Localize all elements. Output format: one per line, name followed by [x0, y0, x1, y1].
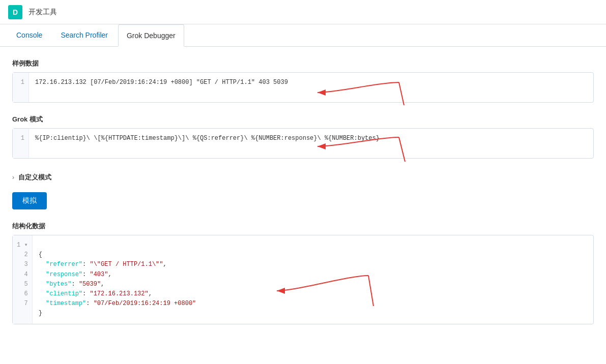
- top-bar: D 开发工具: [0, 0, 606, 24]
- custom-patterns-row[interactable]: › 自定义模式: [12, 171, 594, 184]
- custom-patterns-label: 自定义模式: [18, 173, 51, 182]
- grok-pattern-line-numbers: 1: [13, 129, 29, 158]
- grok-pattern-editor-wrapper: 1 %{IP:clientip}\ \[%{HTTPDATE:timestamp…: [12, 128, 594, 159]
- grok-pattern-content[interactable]: %{IP:clientip}\ \[%{HTTPDATE:timestamp}\…: [29, 129, 593, 158]
- grok-pattern-editor[interactable]: 1 %{IP:clientip}\ \[%{HTTPDATE:timestamp…: [12, 128, 594, 159]
- main-content: 样例数据 1 172.16.213.132 [07/Feb/2019:16:24…: [0, 47, 606, 324]
- sample-data-editor-wrapper: 1 172.16.213.132 [07/Feb/2019:16:24:19 +…: [12, 72, 594, 103]
- app-title: 开发工具: [28, 8, 57, 17]
- structured-data-content[interactable]: { "referrer": "\"GET / HTTP/1.1\"", "res…: [33, 235, 593, 324]
- sample-data-content[interactable]: 172.16.213.132 [07/Feb/2019:16:24:19 +08…: [29, 73, 593, 102]
- tab-grok-debugger[interactable]: Grok Debugger: [118, 24, 184, 47]
- structured-data-line-numbers: 1 ▾ 2 3 4 5 6 7: [13, 235, 33, 324]
- chevron-right-icon: ›: [12, 174, 14, 181]
- structured-data-editor[interactable]: 1 ▾ 2 3 4 5 6 7 { "referrer": "\"GET / H…: [12, 235, 594, 324]
- simulate-button-wrapper: 模拟: [12, 192, 594, 222]
- structured-data-label: 结构化数据: [12, 222, 594, 231]
- structured-data-editor-wrapper: 1 ▾ 2 3 4 5 6 7 { "referrer": "\"GET / H…: [12, 235, 594, 324]
- simulate-button[interactable]: 模拟: [12, 192, 47, 209]
- tab-console[interactable]: Console: [8, 24, 50, 47]
- sample-data-label: 样例数据: [12, 59, 594, 68]
- structured-data-section: 结构化数据 1 ▾ 2 3 4 5 6 7 { "referrer": "\"G…: [12, 222, 594, 324]
- sample-data-line-numbers: 1: [13, 73, 29, 102]
- sample-data-section: 样例数据 1 172.16.213.132 [07/Feb/2019:16:24…: [12, 59, 594, 103]
- tab-search-profiler[interactable]: Search Profiler: [52, 24, 116, 47]
- grok-pattern-section: Grok 模式 1 %{IP:clientip}\ \[%{HTTPDATE:t…: [12, 115, 594, 159]
- nav-tabs: Console Search Profiler Grok Debugger: [0, 24, 606, 47]
- app-icon: D: [8, 5, 22, 19]
- sample-data-editor[interactable]: 1 172.16.213.132 [07/Feb/2019:16:24:19 +…: [12, 72, 594, 103]
- grok-pattern-label: Grok 模式: [12, 115, 594, 124]
